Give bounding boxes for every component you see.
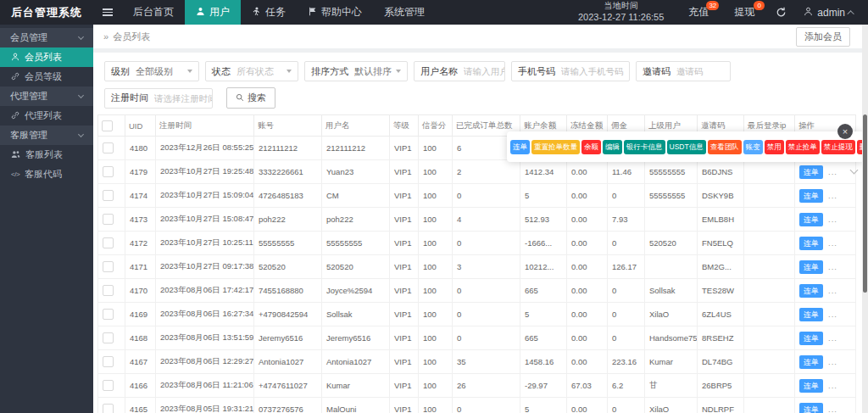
liandan-button[interactable]: 连单: [799, 237, 823, 250]
cell: 0.00: [567, 279, 608, 303]
row-more-trigger[interactable]: ...: [828, 286, 837, 295]
sidebar-group-member[interactable]: 会员管理: [0, 28, 93, 47]
recharge-link[interactable]: 充值 32: [676, 0, 721, 25]
row-checkbox[interactable]: [103, 190, 114, 201]
search-icon: [236, 93, 244, 103]
sidebar-group-service[interactable]: 客服管理: [0, 126, 93, 145]
popup-action-button[interactable]: 禁止抢单: [786, 140, 820, 154]
cell: 0: [453, 303, 520, 326]
column-header: 信誉分: [419, 115, 453, 137]
vertical-scrollbar[interactable]: [862, 25, 868, 413]
row-checkbox[interactable]: [103, 166, 114, 177]
popup-action-button[interactable]: 禁用: [765, 140, 784, 154]
popup-action-button[interactable]: USDT信息: [667, 140, 706, 154]
row-checkbox[interactable]: [103, 285, 114, 296]
liandan-button[interactable]: 连单: [799, 189, 823, 203]
nav-tasks[interactable]: 任务: [241, 0, 297, 25]
liandan-button[interactable]: 连单: [799, 332, 823, 345]
sort-select[interactable]: 排序方式 默认排序: [304, 61, 408, 81]
popup-action-button[interactable]: 银行卡信息: [624, 140, 665, 154]
liandan-button[interactable]: 连单: [799, 308, 823, 321]
popup-action-button[interactable]: 连单: [510, 140, 530, 154]
popup-close-icon[interactable]: ×: [837, 124, 853, 139]
liandan-button[interactable]: 连单: [799, 260, 823, 274]
cell: 55555555: [645, 160, 698, 184]
regtime-input[interactable]: [154, 93, 212, 103]
scrollbar-thumb[interactable]: [863, 114, 867, 293]
cell: Kumar: [645, 350, 698, 374]
liandan-button[interactable]: 连单: [799, 165, 823, 179]
nav-home[interactable]: 后台首页: [122, 0, 185, 25]
row-more-trigger[interactable]: ...: [828, 381, 837, 390]
cell: 100: [419, 326, 453, 350]
level-select[interactable]: 级别 全部级别: [104, 61, 199, 81]
nav-system[interactable]: 系统管理: [373, 0, 436, 25]
row-checkbox[interactable]: [103, 404, 114, 413]
row-checkbox[interactable]: [103, 309, 114, 320]
popup-action-button[interactable]: 编辑: [603, 140, 622, 154]
cell: Kumar: [322, 374, 390, 398]
add-member-button[interactable]: 添加会员: [796, 27, 850, 47]
row-more-trigger[interactable]: ...: [828, 262, 837, 271]
row-checkbox[interactable]: [103, 356, 114, 367]
cell: [744, 184, 795, 208]
cell: 100: [419, 350, 453, 374]
withdraw-badge: 0: [754, 1, 765, 10]
search-button[interactable]: 搜索: [226, 87, 275, 109]
liandan-button[interactable]: 连单: [799, 379, 823, 393]
row-more-trigger[interactable]: ...: [828, 167, 837, 176]
menu-toggle-icon[interactable]: [93, 0, 122, 25]
row-checkbox[interactable]: [103, 142, 114, 153]
row-more-trigger[interactable]: ...: [828, 215, 837, 224]
cell: 0: [608, 232, 645, 255]
admin-person-icon: [804, 7, 813, 19]
withdraw-link[interactable]: 提现 0: [721, 0, 767, 25]
phone-input[interactable]: [561, 66, 629, 76]
row-more-trigger[interactable]: ...: [828, 333, 837, 343]
nav-users[interactable]: 用户: [185, 0, 241, 25]
cell: 4179: [125, 160, 156, 184]
cell: VIP1: [390, 232, 419, 255]
row-more-trigger[interactable]: ...: [828, 191, 837, 200]
liandan-button[interactable]: 连单: [799, 284, 823, 298]
task-person-icon: [252, 7, 261, 19]
liandan-button[interactable]: 连单: [799, 355, 823, 369]
popup-action-button[interactable]: 重置抢单数量: [531, 140, 580, 154]
cell: 11.46: [608, 160, 645, 184]
username-input[interactable]: [464, 66, 504, 76]
liandan-button[interactable]: 连单: [799, 403, 823, 413]
nav-help-center[interactable]: 帮助中心: [297, 0, 373, 25]
sidebar-item-service-list[interactable]: 客服列表: [0, 145, 93, 165]
popup-action-button[interactable]: 查看团队: [708, 140, 742, 154]
column-header: 等级: [390, 115, 419, 137]
user-icon: [11, 53, 19, 63]
status-select[interactable]: 状态 所有状态: [205, 61, 298, 81]
row-more-trigger[interactable]: ...: [828, 405, 837, 413]
cell: 0: [453, 398, 520, 413]
sidebar-item-service-code[interactable]: </> 客服代码: [0, 165, 93, 184]
sidebar-item-member-list[interactable]: 会员列表: [0, 47, 93, 67]
row-more-trigger[interactable]: ...: [828, 238, 837, 248]
table-row: 41672023年08月06日 12:29:27Antonia1027Anton…: [98, 350, 856, 374]
row-checkbox[interactable]: [103, 332, 114, 343]
admin-menu[interactable]: admin: [795, 7, 868, 19]
cell: DSKY9B: [698, 184, 744, 208]
popup-action-button[interactable]: 账变: [743, 140, 763, 154]
sidebar-item-agent-list[interactable]: 代理列表: [0, 106, 93, 126]
liandan-button[interactable]: 连单: [799, 213, 823, 226]
popup-action-button[interactable]: 禁止提现: [821, 140, 855, 154]
popup-action-button[interactable]: 余额: [581, 140, 601, 154]
row-checkbox[interactable]: [103, 214, 114, 225]
sidebar-item-member-level[interactable]: 会员等级: [0, 67, 93, 87]
cell: 212111212: [322, 137, 390, 160]
row-checkbox[interactable]: [103, 261, 114, 272]
row-checkbox[interactable]: [103, 380, 114, 391]
refresh-icon[interactable]: [767, 7, 795, 18]
cell: 7455168880: [254, 279, 322, 303]
row-checkbox[interactable]: [103, 237, 114, 248]
row-more-trigger[interactable]: ...: [828, 357, 837, 366]
sidebar-group-agent[interactable]: 代理管理: [0, 87, 93, 106]
row-more-trigger[interactable]: ...: [828, 310, 837, 319]
select-all-checkbox[interactable]: [102, 120, 113, 131]
invite-code-input[interactable]: [676, 66, 730, 76]
